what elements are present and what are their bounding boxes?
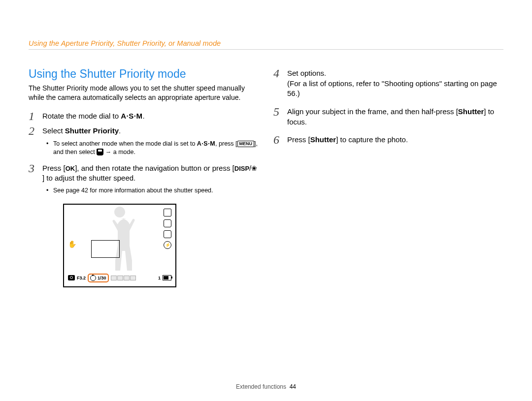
step-2-text-pre: Select <box>42 126 65 135</box>
step-4-line2: (For a list of options, refer to "Shooti… <box>287 79 503 99</box>
mode-icon <box>97 149 103 155</box>
step-3-pre: Press [ <box>42 164 66 172</box>
flash-icon: ⚡ <box>164 241 171 249</box>
step-6-pre: Press [ <box>287 135 310 144</box>
right-column: 4 Set options. (For a list of options, r… <box>273 67 503 287</box>
ok-button-icon: OK <box>66 165 75 172</box>
step-6-post: ] to capture the photo. <box>336 135 408 144</box>
step-number: 6 <box>273 134 287 146</box>
step-number: 5 <box>273 106 287 118</box>
metering-icon <box>164 230 171 238</box>
step-1: 1 Rotate the mode dial to A·S·M. <box>29 110 259 122</box>
shutter-label: Shutter <box>458 107 484 116</box>
step-3-sub: • See page 42 for more information about… <box>46 186 259 195</box>
intro-text: The Shutter Priority mode allows you to … <box>29 84 259 102</box>
battery-icon <box>163 275 171 280</box>
breadcrumb: Using the Aperture Priority, Shutter Pri… <box>29 39 503 50</box>
step-2: 2 Select Shutter Priority. <box>29 125 259 137</box>
step-2-text-post: . <box>119 126 121 135</box>
dial-icon <box>90 275 96 281</box>
silhouette-figure <box>98 207 141 271</box>
aperture-value: F3.2 <box>77 276 86 280</box>
step-number: 2 <box>29 125 42 137</box>
camera-screen-preview: ⚡ ✋ F3.2 1/30 1 <box>63 204 176 287</box>
step-4-line1: Set options. <box>287 68 503 79</box>
step-4: 4 Set options. (For a list of options, r… <box>273 67 503 99</box>
step-number: 3 <box>29 162 42 174</box>
camera-mode-icon <box>68 275 75 280</box>
step-6: 6 Press [Shutter] to capture the photo. <box>273 134 503 146</box>
ev-scale <box>111 276 136 280</box>
quality-icon <box>164 219 171 227</box>
shots-remaining: 1 <box>158 276 161 280</box>
screen-bottom-row: F3.2 1/30 1 <box>68 274 171 282</box>
sub-text: To select another mode when the mode dia… <box>53 140 197 147</box>
page-footer: Extended functions 44 <box>0 383 532 390</box>
shutter-label: Shutter <box>310 135 336 144</box>
focus-box <box>91 240 120 258</box>
ois-icon: ✋ <box>68 240 76 248</box>
step-1-text-pre: Rotate the mode dial to <box>42 112 121 120</box>
step-3: 3 Press [OK], and then rotate the naviga… <box>29 162 259 184</box>
step-number: 4 <box>273 67 287 79</box>
step-3-post: ] to adjust the shutter speed. <box>42 174 135 182</box>
shutter-priority-label: Shutter Priority <box>65 126 119 135</box>
disp-button-icon: DISP <box>234 165 249 172</box>
step-2-sub: • To select another mode when the mode d… <box>46 140 259 156</box>
bullet-icon: • <box>46 186 53 195</box>
step-number: 1 <box>29 110 42 122</box>
bullet-icon: • <box>46 140 53 156</box>
step-3-mid: ], and then rotate the navigation button… <box>75 164 234 172</box>
screen-icon-column: ⚡ <box>164 209 171 249</box>
sub-text: , press [ <box>215 140 237 147</box>
step-1-text-post: . <box>142 112 144 120</box>
resolution-icon <box>164 209 171 216</box>
step-5-pre: Align your subject in the frame, and the… <box>287 107 458 116</box>
section-title: Using the Shutter Priority mode <box>29 67 259 81</box>
menu-button-icon: MENU <box>237 141 255 147</box>
footer-page-number: 44 <box>290 383 296 390</box>
shutter-speed-box: 1/30 <box>88 274 109 282</box>
sub-text: → a mode. <box>103 149 135 155</box>
footer-section: Extended functions <box>236 383 286 390</box>
macro-icon: ❀ <box>251 164 257 173</box>
shutter-speed-value: 1/30 <box>98 276 106 280</box>
asm-mode-icon: A·S·M <box>121 112 142 120</box>
step-5: 5 Align your subject in the frame, and t… <box>273 106 503 127</box>
left-column: Using the Shutter Priority mode The Shut… <box>29 67 259 287</box>
asm-mode-icon: A·S·M <box>197 140 215 147</box>
sub-text: See page 42 for more information about t… <box>53 186 213 195</box>
